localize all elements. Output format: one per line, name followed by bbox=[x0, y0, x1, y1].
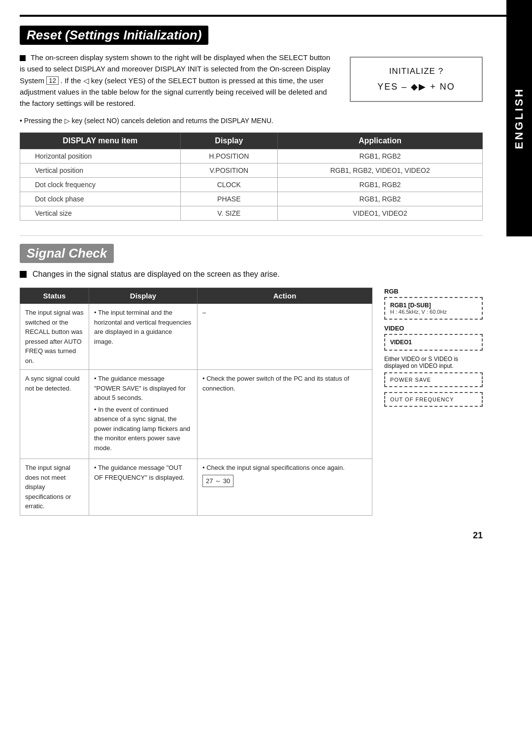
signal-table: Status Display Action The input signal w… bbox=[20, 288, 372, 516]
signal-status-cell: A sync signal could not be detected. bbox=[20, 370, 89, 459]
table-row: Dot clock frequencyCLOCKRGB1, RGB2 bbox=[20, 178, 483, 192]
signal-display-cell: • The guidance message "OUT OF FREQUENCY… bbox=[89, 459, 198, 516]
signal-status-cell: The input signal does not meet display s… bbox=[20, 459, 89, 516]
col-header-application: Application bbox=[278, 133, 483, 149]
table-cell: RGB1, RGB2 bbox=[278, 178, 483, 192]
table-cell: Dot clock phase bbox=[20, 192, 181, 206]
english-sidebar: ENGLISH bbox=[506, 0, 532, 236]
signal-status-cell: The input signal was switched or the REC… bbox=[20, 304, 89, 370]
rgb-box-sub: H : 46.5kHz, V : 60.0Hz bbox=[390, 309, 477, 315]
section-separator bbox=[20, 235, 483, 236]
col-header-menu-item: DISPLAY menu item bbox=[20, 133, 181, 149]
col-header-display: Display bbox=[180, 133, 278, 149]
power-save-box: POWER SAVE bbox=[384, 372, 483, 387]
table-row: Vertical positionV.POSITIONRGB1, RGB2, V… bbox=[20, 164, 483, 178]
signal-action-cell: – bbox=[198, 304, 372, 370]
rgb-box-title: RGB1 [D-SUB] bbox=[390, 302, 477, 309]
monitor-side: RGB RGB1 [D-SUB] H : 46.5kHz, V : 60.0Hz… bbox=[384, 288, 483, 516]
signal-col-status: Status bbox=[20, 288, 89, 304]
table-cell: VIDEO1, VIDEO2 bbox=[278, 206, 483, 221]
table-row: The input signal does not meet display s… bbox=[20, 459, 372, 516]
signal-display-item: • The guidance message "POWER SAVE" is d… bbox=[94, 374, 192, 403]
out-of-frequency-label: OUT OF FREQUENCY bbox=[390, 396, 454, 402]
table-row: Horizontal positionH.POSITIONRGB1, RGB2 bbox=[20, 149, 483, 164]
video-box-title: VIDEO1 bbox=[390, 339, 477, 346]
table-cell: V.POSITION bbox=[180, 164, 278, 178]
signal-action-cell: • Check the power switch of the PC and i… bbox=[198, 370, 372, 459]
display-menu-table: DISPLAY menu item Display Application Ho… bbox=[20, 132, 483, 221]
signal-display-item: • The input terminal and the horizontal … bbox=[94, 308, 192, 346]
table-cell: V. SIZE bbox=[180, 206, 278, 221]
reset-body: The on-screen display system shown to th… bbox=[20, 52, 483, 112]
black-square-icon2 bbox=[20, 271, 27, 278]
table-cell: Vertical position bbox=[20, 164, 181, 178]
signal-display-item: • The guidance message "OUT OF FREQUENCY… bbox=[94, 463, 192, 482]
video-note: Either VIDEO or S VIDEO is displayed on … bbox=[384, 356, 483, 369]
table-cell: CLOCK bbox=[180, 178, 278, 192]
video-label: VIDEO bbox=[384, 325, 483, 332]
table-cell: PHASE bbox=[180, 192, 278, 206]
table-cell: RGB1, RGB2, VIDEO1, VIDEO2 bbox=[278, 164, 483, 178]
black-square-icon bbox=[20, 55, 26, 61]
page-number: 21 bbox=[20, 530, 483, 541]
signal-display-cell: • The guidance message "POWER SAVE" is d… bbox=[89, 370, 198, 459]
table-cell: RGB1, RGB2 bbox=[278, 192, 483, 206]
content-area: Reset (Settings Initialization) The on-s… bbox=[20, 26, 512, 541]
table-cell: H.POSITION bbox=[180, 149, 278, 164]
signal-intro: Changes in the signal status are display… bbox=[20, 270, 483, 279]
rgb-label: RGB bbox=[384, 288, 483, 295]
initialize-box: INITIALIZE ? YES – ◆▶ + NO bbox=[350, 57, 483, 102]
signal-col-display: Display bbox=[89, 288, 198, 304]
signal-display-item: • In the event of continued absence of a… bbox=[94, 405, 192, 453]
reset-note: • Pressing the ▷ key (select NO) cancels… bbox=[20, 117, 483, 125]
top-border bbox=[20, 15, 512, 17]
video-monitor-box: VIDEO1 bbox=[384, 334, 483, 351]
table-cell: RGB1, RGB2 bbox=[278, 149, 483, 164]
english-label: ENGLISH bbox=[513, 87, 526, 149]
table-row: A sync signal could not be detected.• Th… bbox=[20, 370, 372, 459]
initialize-arrows: YES – ◆▶ + NO bbox=[363, 81, 470, 92]
signal-action-cell: • Check the input signal specifications … bbox=[198, 459, 372, 516]
signal-section: Signal Check Changes in the signal statu… bbox=[20, 244, 483, 516]
reset-section: Reset (Settings Initialization) The on-s… bbox=[20, 26, 483, 221]
table-cell: Horizontal position bbox=[20, 149, 181, 164]
table-cell: Vertical size bbox=[20, 206, 181, 221]
signal-col-action: Action bbox=[198, 288, 372, 304]
reset-body-text: The on-screen display system shown to th… bbox=[20, 53, 331, 107]
reset-heading: Reset (Settings Initialization) bbox=[20, 26, 483, 52]
signal-content: Status Display Action The input signal w… bbox=[20, 288, 483, 516]
signal-heading-wrap: Signal Check bbox=[20, 244, 483, 270]
initialize-label: INITIALIZE ? bbox=[363, 66, 470, 76]
table-row: The input signal was switched or the REC… bbox=[20, 304, 372, 370]
pages-reference: 27 ～ 30 bbox=[202, 475, 233, 488]
display-system-number: 12 bbox=[46, 76, 58, 85]
signal-table-wrap: Status Display Action The input signal w… bbox=[20, 288, 372, 516]
rgb-monitor-box: RGB1 [D-SUB] H : 46.5kHz, V : 60.0Hz bbox=[384, 297, 483, 320]
power-save-label: POWER SAVE bbox=[390, 377, 431, 383]
table-row: Vertical sizeV. SIZEVIDEO1, VIDEO2 bbox=[20, 206, 483, 221]
signal-display-cell: • The input terminal and the horizontal … bbox=[89, 304, 198, 370]
table-cell: Dot clock frequency bbox=[20, 178, 181, 192]
table-row: Dot clock phasePHASERGB1, RGB2 bbox=[20, 192, 483, 206]
out-of-frequency-box: OUT OF FREQUENCY bbox=[384, 392, 483, 407]
reset-text: The on-screen display system shown to th… bbox=[20, 52, 335, 112]
